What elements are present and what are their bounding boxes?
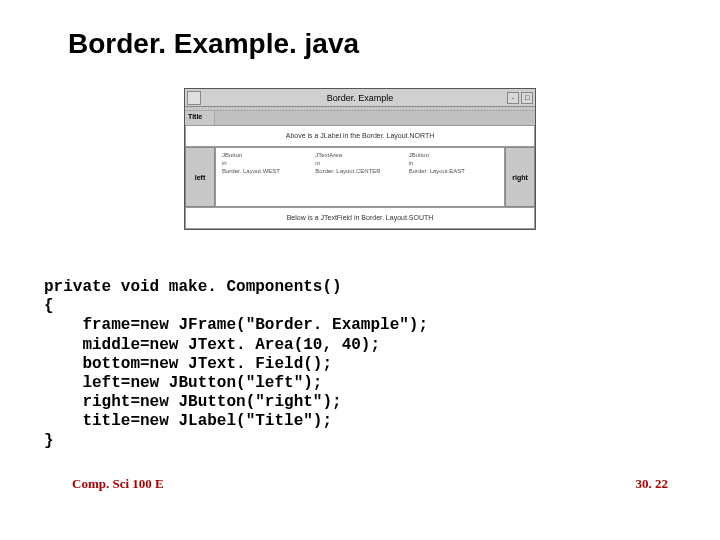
col2-line3: Border. Layout.CENTER: [315, 168, 404, 176]
code-block: private void make. Components() { frame=…: [44, 278, 428, 451]
col1-line3: Border. Layout.WEST: [222, 168, 311, 176]
code-line: middle=new JText. Area(10, 40);: [44, 336, 380, 354]
slide-title: Border. Example. java: [0, 0, 720, 60]
right-button[interactable]: right: [505, 147, 535, 207]
code-line: title=new JLabel("Title");: [44, 412, 332, 430]
footer-page: 30. 22: [636, 476, 669, 492]
center-textarea[interactable]: JButton in Border. Layout.WEST JTextArea…: [215, 147, 505, 207]
col1-line1: JButton: [222, 152, 311, 160]
window-mock: Border. Example - □ Title Above is a JLa…: [184, 88, 536, 230]
south-textfield[interactable]: Below is a JTextField in Border. Layout.…: [185, 207, 535, 229]
code-line: }: [44, 432, 54, 450]
titlebar: Border. Example - □: [185, 89, 535, 107]
north-label: Above is a JLabel in the Border. Layout.…: [185, 125, 535, 147]
code-line: bottom=new JText. Field();: [44, 355, 332, 373]
col2-line1: JTextArea: [315, 152, 404, 160]
col3-line1: JButton: [409, 152, 498, 160]
code-line: private void make. Components(): [44, 278, 342, 296]
col3-line2: in: [409, 160, 498, 168]
minimize-icon[interactable]: -: [507, 92, 519, 104]
col2-line2: in: [315, 160, 404, 168]
code-line: frame=new JFrame("Border. Example");: [44, 316, 428, 334]
title-label: Title: [185, 111, 215, 125]
col3-line3: Border. Layout.EAST: [409, 168, 498, 176]
code-line: {: [44, 297, 54, 315]
code-line: right=new JButton("right");: [44, 393, 342, 411]
left-button[interactable]: left: [185, 147, 215, 207]
col1-line2: in: [222, 160, 311, 168]
footer-course: Comp. Sci 100 E: [72, 476, 164, 492]
border-layout-demo: Title Above is a JLabel in the Border. L…: [185, 111, 535, 229]
window-title: Border. Example: [185, 93, 535, 103]
window-menu-icon[interactable]: [187, 91, 201, 105]
maximize-icon[interactable]: □: [521, 92, 533, 104]
code-line: left=new JButton("left");: [44, 374, 322, 392]
